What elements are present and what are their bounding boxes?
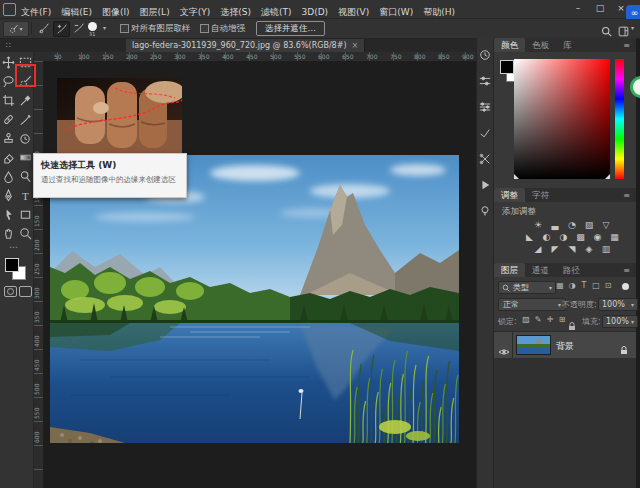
- move-tool[interactable]: [1, 54, 16, 71]
- adjustment-icon[interactable]: ◉: [591, 231, 605, 243]
- pixel-layer-filter-icon[interactable]: ▦: [554, 281, 566, 290]
- lock-transparency-icon[interactable]: ▨: [520, 315, 532, 324]
- adjustment-icon[interactable]: ☀: [531, 219, 545, 231]
- lock-pixels-icon[interactable]: ✎: [532, 315, 544, 324]
- layer-thumbnail[interactable]: [517, 336, 550, 354]
- screen-mode-icon[interactable]: [19, 286, 32, 297]
- pen-tool[interactable]: [1, 187, 16, 204]
- sample-all-layers-checkbox[interactable]: [120, 24, 129, 33]
- menu-item[interactable]: 3D(D): [296, 5, 333, 19]
- workspace-chevron-icon[interactable]: ▾: [631, 25, 634, 31]
- color-panel-menu-icon[interactable]: ≡: [623, 42, 630, 50]
- subtract-from-selection-brush-button[interactable]: [71, 21, 86, 35]
- gradient-tool[interactable]: [18, 149, 33, 166]
- add-to-selection-brush-button[interactable]: [53, 21, 70, 37]
- brush-options-chevron-icon[interactable]: ▾: [103, 25, 106, 31]
- tool-preset-dropdown[interactable]: ▾: [3, 21, 29, 37]
- layer-filter-type-dropdown[interactable]: 类型 ▾: [498, 281, 556, 294]
- auto-enhance-checkbox[interactable]: [200, 24, 209, 33]
- quick-selection-tool-icon: [9, 24, 19, 34]
- toolbar-collapse-icon[interactable]: ∷: [6, 41, 11, 50]
- zoom-tool[interactable]: [18, 225, 33, 242]
- tab-color[interactable]: 颜色: [494, 38, 525, 52]
- color-saturation-field[interactable]: [514, 59, 610, 179]
- tab-character[interactable]: 字符: [525, 188, 556, 202]
- adjustment-icon[interactable]: ▧: [582, 219, 596, 231]
- clone-stamp-tool[interactable]: [1, 130, 16, 147]
- quick-mask-mode-icon[interactable]: [4, 286, 17, 297]
- select-and-mask-button[interactable]: 选择并遮住…: [256, 21, 325, 36]
- edit-toolbar-ellipsis-icon[interactable]: ⋯: [9, 242, 18, 252]
- adjustment-icon[interactable]: ▦: [608, 231, 622, 243]
- history-brush-tool[interactable]: [18, 130, 33, 147]
- history-panel-icon[interactable]: [476, 46, 494, 64]
- adjustment-icon[interactable]: ▩: [574, 231, 588, 243]
- photoshop-home-icon[interactable]: [3, 3, 16, 16]
- dodge-tool[interactable]: [18, 168, 33, 185]
- adjustments-panel-menu-icon[interactable]: ≡: [623, 192, 630, 200]
- layer-name[interactable]: 背景: [556, 340, 574, 353]
- learn-panel-icon[interactable]: [476, 202, 494, 220]
- adjustment-icon[interactable]: ◔: [565, 219, 579, 231]
- layers-panel-menu-icon[interactable]: ≡: [623, 267, 630, 275]
- lock-artboard-icon[interactable]: ⊞: [556, 315, 568, 324]
- ruler-tick-label: 850: [438, 53, 449, 60]
- hand-tool[interactable]: [1, 225, 16, 242]
- fill-dropdown[interactable]: 100% ▾: [602, 315, 638, 328]
- lock-position-icon[interactable]: ✛: [544, 315, 556, 324]
- adjustment-layer-filter-icon[interactable]: ◑: [566, 281, 578, 290]
- foreground-color-swatch[interactable]: [5, 258, 19, 272]
- libraries-panel-icon[interactable]: [476, 124, 494, 142]
- tab-channels[interactable]: 通道: [525, 263, 556, 277]
- opacity-dropdown[interactable]: 100% ▾: [598, 298, 638, 311]
- document-tab-close-icon[interactable]: ×: [352, 41, 359, 50]
- panel-foreground-color-swatch[interactable]: [500, 60, 514, 74]
- type-layer-filter-icon[interactable]: T: [578, 281, 590, 290]
- export-panel-icon[interactable]: [476, 150, 494, 168]
- brush-tool[interactable]: [18, 111, 33, 128]
- adjustment-presets-panel-icon[interactable]: [476, 98, 494, 116]
- type-tool[interactable]: T: [18, 187, 33, 204]
- shape-layer-filter-icon[interactable]: □: [590, 281, 602, 290]
- path-selection-tool[interactable]: [1, 206, 16, 223]
- adjustment-icon[interactable]: ◤: [548, 243, 562, 255]
- lasso-tool[interactable]: [1, 73, 16, 90]
- tab-paths[interactable]: 路径: [556, 263, 587, 277]
- menu-bar-items: 文件(F)编辑(E)图像(I)图层(L)文字(Y)选择(S)滤镜(T)3D(D)…: [16, 0, 460, 18]
- actions-panel-icon[interactable]: [476, 176, 494, 194]
- adjustment-icon[interactable]: ◐: [540, 231, 554, 243]
- adjustment-icon[interactable]: ◥: [565, 243, 579, 255]
- tab-libraries[interactable]: 库: [556, 38, 579, 52]
- document-tab[interactable]: lago-federa-3011939_960_720.jpg @ 83.6%(…: [126, 39, 365, 52]
- layers-panel-empty-area: [494, 358, 636, 488]
- maximize-button[interactable]: □: [592, 3, 608, 13]
- eraser-tool[interactable]: [1, 149, 16, 166]
- smart-object-filter-icon[interactable]: ⊡: [602, 281, 614, 290]
- filter-toggle-icon[interactable]: [622, 283, 629, 290]
- blend-mode-dropdown[interactable]: 正常 ▾: [498, 298, 566, 311]
- blur-tool[interactable]: [1, 168, 16, 185]
- adjustment-icon[interactable]: ◈: [582, 243, 596, 255]
- layer-filter-row: 类型 ▾ ▦◑T□⊡: [494, 280, 636, 294]
- new-selection-brush-button[interactable]: [36, 21, 51, 35]
- canvas-photo[interactable]: [50, 155, 459, 443]
- tab-swatches[interactable]: 色板: [525, 38, 556, 52]
- adjustment-icon[interactable]: ◑: [557, 231, 571, 243]
- tab-layers[interactable]: 图层: [494, 263, 525, 277]
- tab-adjustments[interactable]: 调整: [494, 188, 525, 202]
- eyedropper-tool[interactable]: [18, 92, 33, 109]
- crop-tool[interactable]: [1, 92, 16, 109]
- minimize-button[interactable]: –: [570, 3, 586, 13]
- brush-size-circle-icon[interactable]: [88, 22, 97, 31]
- adjustment-icon[interactable]: ▥: [599, 243, 613, 255]
- adjustment-icon[interactable]: ◢: [531, 243, 545, 255]
- layer-row-background[interactable]: 背景: [494, 331, 636, 359]
- adjustment-icon[interactable]: ◣: [523, 231, 537, 243]
- spot-healing-brush-tool[interactable]: [1, 111, 16, 128]
- adjustment-icon[interactable]: ▃: [548, 219, 562, 231]
- hue-slider[interactable]: [615, 59, 624, 179]
- adjustment-icon[interactable]: ▽: [599, 219, 613, 231]
- adjustments-panel: 调整 字符 ≡ 添加调整 ☀▃◔▧▽◣◐◑▩◉▦◢◤◥◈▥: [494, 188, 636, 264]
- properties-panel-icon[interactable]: [476, 72, 494, 90]
- rectangle-shape-tool[interactable]: [18, 206, 33, 223]
